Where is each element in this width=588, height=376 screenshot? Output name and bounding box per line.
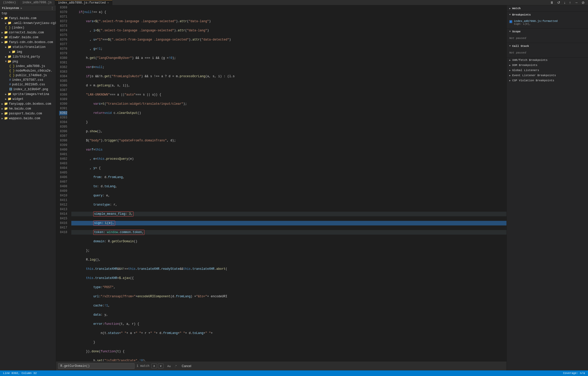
code-line: simple_means_flag: 3,	[71, 212, 506, 216]
tree-item-img[interactable]: ▶ 📁 img	[0, 49, 56, 54]
code-line: url: "/v2transapi?from=" + encodeURIComp…	[71, 294, 506, 299]
pause-button[interactable]: ⏸	[549, 0, 555, 5]
code-line: var c = t("translation:widget/translate/…	[71, 102, 506, 106]
folder-icon: 📁	[4, 31, 8, 34]
code-line: , e = this.processQuery(e)	[71, 157, 506, 161]
tree-item-passport[interactable]: ▶ 📁 passport.baidu.com	[0, 111, 56, 116]
folder-icon: 📁	[4, 116, 8, 120]
debug-controls: ⏸ ↺ ↓ ↑ → ⊘	[549, 0, 588, 5]
tree-item-wellknown[interactable]: ▶ 📁 .well-known/yunjiasu-cgi/sc	[0, 21, 56, 25]
code-line: "LAN-UNKNOWN" === a || "auto" === s || u…	[71, 92, 506, 97]
code-container[interactable]: 83698370837183728373 8374837583768377837…	[56, 5, 506, 361]
code-line: }).done(function(t) {	[71, 349, 506, 354]
tree-item-static[interactable]: ▶ 📁 static/translation	[0, 45, 56, 49]
search-input[interactable]	[58, 363, 135, 369]
tree-item-label: top	[2, 12, 7, 15]
tree-item-index[interactable]: { } (index)	[0, 25, 56, 30]
code-line: var s = $(".select-from-language .langua…	[71, 19, 506, 24]
coverage-info: Coverage: n/a	[563, 372, 585, 375]
breakpoints-section: ▼ Breakpoints ✓ index_a8b7098.js:formatt…	[507, 12, 588, 29]
breakpoints-header[interactable]: ▼ Breakpoints	[507, 12, 588, 18]
breakpoint-detail: sign: L(e),	[514, 23, 558, 25]
tree-item-fanyicdn[interactable]: ▶ 📁 fanyi-cdn.cdn.bcebos.com	[0, 40, 56, 45]
tree-item-pkg[interactable]: ▼ 📂 pkg	[0, 59, 56, 64]
tree-item-top[interactable]: top	[0, 11, 56, 16]
global-listeners-section[interactable]: ▶ Global Listeners	[507, 68, 588, 73]
tree-item-dlswbr[interactable]: ▶ 📁 dlswbr.baidu.com	[0, 35, 56, 40]
tree-arrow-icon: ▶	[2, 41, 3, 44]
tab-label: index_a8b7098.js	[22, 1, 51, 4]
code-line: type: "POST",	[71, 285, 506, 290]
tree-item-label: sprite/images/retina	[12, 92, 49, 96]
csp-violation-section[interactable]: ▶ CSP Violation Breakpoints	[507, 78, 588, 83]
tree-item-fanyi[interactable]: ▶ 📁 fanyi.baidu.com	[0, 16, 56, 21]
tree-item-public174[interactable]: { } public_174d0ed.js	[0, 73, 56, 78]
search-next-button[interactable]: ∨	[158, 364, 164, 368]
step-over-button[interactable]: ↺	[556, 0, 562, 5]
step-out-button[interactable]: ↑	[568, 0, 572, 5]
csp-label: CSP Violation Breakpoints	[512, 79, 554, 82]
code-line-active: sign: L(e),	[71, 221, 506, 225]
watch-header[interactable]: ▶ Watch	[507, 5, 588, 11]
tab-index-a8b7098[interactable]: index_a8b7098.js	[19, 0, 55, 5]
code-editor[interactable]: if (null !== a) { var s = $(".select-fro…	[69, 5, 506, 361]
tree-arrow-icon: ▶	[2, 31, 3, 34]
tree-item-correctxt[interactable]: ▶ 📁 correctxt.baidu.com	[0, 30, 56, 35]
code-line: d = m.getLang(a, s, i)),	[71, 83, 506, 88]
xhr-breakpoints-section[interactable]: ▶ XHR/fetch Breakpoints	[507, 58, 588, 63]
deactivate-button[interactable]: ⊘	[580, 0, 586, 5]
search-prev-button[interactable]: ∧	[151, 364, 157, 368]
tree-item-widget[interactable]: ▶ 📁 widget	[0, 97, 56, 101]
dom-breakpoints-section[interactable]: ▶ DOM Breakpoints	[507, 63, 588, 68]
breakpoint-item[interactable]: ✓ index_a8b7098.js:formatted sign: L(e),	[509, 19, 585, 26]
scope-status: Not paused	[509, 36, 585, 41]
scope-content: Not paused	[507, 35, 588, 43]
tree-item-indexz-png[interactable]: 🖼 index_z_b19b64f.png	[0, 87, 56, 92]
scope-header[interactable]: ▼ Scope	[507, 29, 588, 35]
status-bar: Line 8392, Column 32 Coverage: n/a	[0, 370, 588, 376]
search-modifiers: Aa .*	[166, 364, 178, 368]
tab-index[interactable]: (index)	[0, 0, 19, 5]
search-regex-button[interactable]: .*	[173, 364, 178, 368]
breakpoint-checkbox[interactable]: ✓	[509, 20, 512, 23]
close-tab-icon[interactable]: ✕	[107, 1, 109, 4]
tree-item-sprite[interactable]: ▶ 📁 sprite/images/retina	[0, 92, 56, 97]
expand-scope-icon: ▼	[509, 30, 511, 33]
search-case-sensitive-button[interactable]: Aa	[166, 364, 172, 368]
tree-item-index-a8b7098[interactable]: { } index_a8b7098.js	[0, 64, 56, 69]
expand-all-button[interactable]: »	[20, 6, 22, 10]
folder-icon: 📁	[4, 16, 8, 20]
watch-section: ▶ Watch	[507, 5, 588, 12]
scope-section: ▼ Scope Not paused	[507, 29, 588, 43]
tree-item-hm[interactable]: ▶ 📁 hm.baidu.com	[0, 106, 56, 111]
tree-item-lib[interactable]: ▶ 📁 lib/third_party	[0, 54, 56, 59]
event-listener-section[interactable]: ▶ Event Listener Breakpoints	[507, 73, 588, 78]
tree-item-fanyiapp[interactable]: ▶ 📁 fanyiapp.cdn.bcebos.com	[0, 101, 56, 106]
more-options-button[interactable]: ⋮	[51, 6, 54, 10]
tree-item-nodemodules[interactable]: { } nodeModules_c9dca2e.	[0, 69, 56, 73]
tree-item-label: index_8707507.css	[12, 78, 43, 82]
search-cancel-button[interactable]: Cancel	[180, 364, 193, 368]
tab-label: (index)	[3, 1, 16, 4]
tree-arrow-icon: ▶	[2, 102, 3, 105]
code-line: to: d.toLang,	[71, 184, 506, 189]
tree-arrow-icon: ▶	[5, 22, 7, 25]
tree-item-public00210[interactable]: # public_00210d5.css	[0, 82, 56, 87]
tree-item-label: wappass.baidu.com	[9, 117, 40, 120]
folder-icon: 📁	[4, 112, 8, 115]
css-file-icon: #	[9, 78, 11, 82]
code-line: h.get("langChangedByUser") && a === i &&…	[71, 56, 506, 60]
step-button[interactable]: →	[573, 0, 579, 5]
tree-item-label: index_z_b19b64f.png	[13, 88, 48, 91]
tree-arrow-icon: ▶	[5, 98, 7, 101]
call-stack-header[interactable]: ▼ Call Stack	[507, 43, 588, 49]
tab-formatted[interactable]: index_a8b7098.js:formatted ✕	[55, 0, 112, 5]
editor-area: 83698370837183728373 8374837583768377837…	[56, 5, 506, 370]
tree-item-wappass[interactable]: ▶ 📁 wappass.baidu.com	[0, 116, 56, 121]
step-into-button[interactable]: ↓	[563, 0, 567, 5]
tree-item-label: pkg	[12, 60, 18, 63]
right-panel: ▶ Watch ▼ Breakpoints ✓ index_a8b7098.js…	[506, 5, 588, 370]
tree-arrow-icon: ▼	[5, 60, 7, 63]
tree-item-label: public_174d0ed.js	[16, 74, 47, 77]
tree-item-index8707[interactable]: # index_8707507.css	[0, 78, 56, 82]
